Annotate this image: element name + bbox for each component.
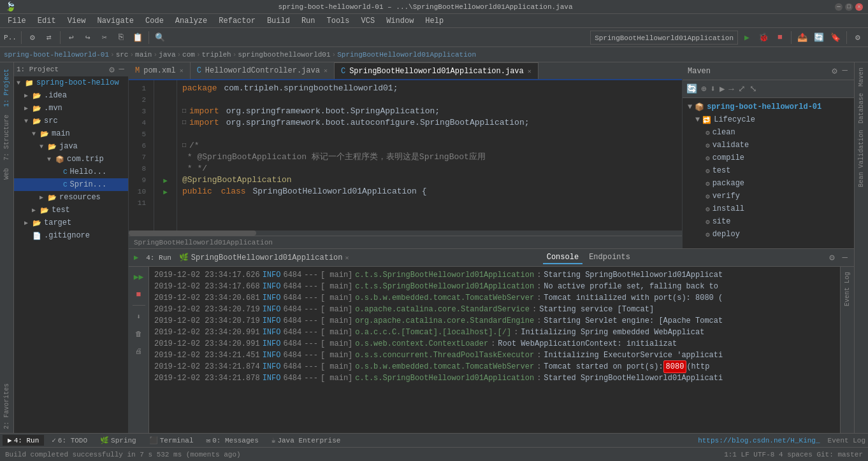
maven-nav-btn[interactable]: → [727, 83, 735, 96]
maven-run-btn[interactable]: ▶ [718, 82, 726, 96]
menu-file[interactable]: File [3, 15, 31, 27]
menu-view[interactable]: View [62, 15, 91, 27]
left-vtab-structure[interactable]: 7: Structure [2, 111, 11, 164]
maven-expand-btn[interactable]: ⤢ [737, 82, 747, 96]
toolbar-copy-btn[interactable]: ⎘ [113, 30, 129, 45]
toolbar-vcs-btn[interactable]: 📤 [795, 30, 810, 45]
breadcrumb-item-2[interactable]: main [135, 51, 152, 59]
tab-pom[interactable]: M pom.xml ✕ [129, 62, 191, 79]
stop-run-btn[interactable]: ■ [131, 287, 147, 302]
tree-src[interactable]: ▼ 📂 src [14, 115, 128, 127]
breadcrumb-item-7[interactable]: SpringBootHelloworld01Application [337, 51, 476, 59]
sidebar-settings-btn[interactable]: ⚙ [108, 63, 115, 76]
menu-build[interactable]: Build [262, 15, 295, 27]
left-vtab-favorites[interactable]: 2: Favorites [2, 379, 11, 433]
run-config-dropdown[interactable]: SpringBootHelloworld01Application [590, 31, 738, 45]
run-panel-hide-btn[interactable]: ─ [841, 252, 849, 264]
tree-mvn[interactable]: ▶ 📂 .mvn [14, 102, 128, 115]
toolbar-sync-btn[interactable]: ⇄ [41, 30, 57, 45]
maven-collapse-btn[interactable]: ⤡ [748, 82, 758, 96]
debug-btn[interactable]: 🐞 [756, 30, 771, 45]
btab-java-enterprise[interactable]: ☕ Java Enterprise [266, 435, 346, 446]
left-vtab-web[interactable]: Web [2, 164, 11, 183]
toolbar-undo-btn[interactable]: ↩ [64, 30, 79, 45]
tab-pom-close[interactable]: ✕ [180, 67, 184, 74]
tree-target[interactable]: ▶ 📂 target [14, 216, 128, 229]
tab-springapp[interactable]: C SpringBootHelloworld01Application.java… [335, 62, 539, 79]
print-btn[interactable]: 🖨 [131, 343, 147, 358]
btab-terminal[interactable]: ⬛ Terminal [144, 435, 199, 446]
menu-vcs[interactable]: VCS [356, 15, 380, 27]
menu-window[interactable]: Window [381, 15, 419, 27]
tree-java[interactable]: ▼ 📂 java [14, 140, 128, 153]
tree-test[interactable]: ▶ 📂 test [14, 204, 128, 216]
tree-resources[interactable]: ▶ 📂 resources [14, 191, 128, 204]
fold-icon-3[interactable]: □ [182, 106, 186, 117]
tree-idea[interactable]: ▶ 📂 .idea [14, 89, 128, 102]
menu-refactor[interactable]: Refactor [213, 15, 261, 27]
tree-com[interactable]: ▼ 📦 com.trip [14, 153, 128, 166]
run-gutter-icon-9[interactable]: ▶ [163, 176, 168, 185]
menu-help[interactable]: Help [420, 15, 449, 27]
maven-test-item[interactable]: ⚙ test [683, 164, 854, 177]
tree-spring-app[interactable]: ▶ C Sprin... [14, 178, 128, 191]
scrollbar-thumb[interactable] [129, 230, 256, 236]
maven-add-btn[interactable]: ⊕ [700, 82, 707, 96]
event-log-label[interactable]: Event Log [828, 437, 865, 444]
maven-lifecycle-item[interactable]: ▼ 🔁 Lifecycle [683, 113, 854, 126]
right-vtab-maven[interactable]: Maven [857, 65, 866, 89]
run-gutter-icon-10[interactable]: ▶ [163, 188, 168, 196]
horizontal-scrollbar[interactable] [129, 230, 682, 236]
run-btn[interactable]: ▶ [739, 30, 755, 45]
menu-edit[interactable]: Edit [33, 15, 61, 27]
tree-root[interactable]: ▼ 📁 spring-boot-hellow [14, 76, 128, 89]
tree-main[interactable]: ▼ 📂 main [14, 127, 128, 140]
toolbar-update-btn[interactable]: 🔄 [811, 30, 827, 45]
maven-hide-btn[interactable]: ─ [841, 64, 849, 78]
fold-icon-6[interactable]: □ [182, 140, 186, 152]
toolbar-bookmark-btn[interactable]: 🔖 [828, 30, 843, 45]
breadcrumb-item-3[interactable]: java [159, 51, 175, 59]
maven-download-btn[interactable]: ⬇ [709, 82, 716, 96]
maven-install-item[interactable]: ⚙ install [683, 202, 854, 215]
maven-compile-item[interactable]: ⚙ compile [683, 152, 854, 164]
tree-gitignore[interactable]: ▶ 📄 .gitignore [14, 229, 128, 242]
project-dropdown-btn[interactable]: P.. [3, 30, 18, 45]
maven-deploy-item[interactable]: ⚙ deploy [683, 228, 854, 241]
code-text[interactable]: package com.tripleh.springboothelloworld… [177, 80, 682, 230]
toolbar-cut-btn[interactable]: ✂ [97, 30, 112, 45]
maximize-btn[interactable]: □ [845, 3, 853, 11]
run-tab-endpoints[interactable]: Endpoints [585, 252, 634, 264]
scroll-end-btn[interactable]: ⬇ [131, 309, 147, 324]
breadcrumb-item-5[interactable]: tripleh [202, 51, 231, 59]
toolbar-settings-btn[interactable]: ⚙ [25, 30, 40, 45]
toolbar-search-btn[interactable]: 🔍 [152, 30, 168, 45]
breadcrumb-item-4[interactable]: com [182, 51, 195, 59]
maven-project-item[interactable]: ▼ 📦 spring-boot-helloworld-01 [683, 101, 854, 113]
clear-console-btn[interactable]: 🗑 [131, 326, 147, 341]
tree-hello[interactable]: ▶ C Hello... [14, 166, 128, 178]
blog-url[interactable]: https://blog.csdn.net/H_King_ [698, 437, 820, 444]
maven-refresh-btn[interactable]: 🔄 [685, 82, 698, 96]
menu-code[interactable]: Code [140, 15, 169, 27]
maven-site-item[interactable]: ⚙ site [683, 215, 854, 228]
menu-tools[interactable]: Tools [322, 15, 355, 27]
btab-todo[interactable]: ✓ 6: TODO [47, 435, 92, 446]
right-vtab-database[interactable]: Database [857, 90, 866, 126]
maven-clean-item[interactable]: ⚙ clean [683, 126, 854, 139]
maven-package-item[interactable]: ⚙ package [683, 177, 854, 190]
close-btn[interactable]: ✕ [855, 3, 863, 11]
rerun-btn[interactable]: ▶▶ [131, 269, 147, 285]
btab-run[interactable]: ▶ 4: Run [3, 435, 44, 446]
console-content[interactable]: 2019-12-02 23:34:17.626 INFO 6484 --- [ … [149, 267, 840, 433]
fold-icon-4[interactable]: □ [182, 117, 186, 129]
left-vtab-project[interactable]: 1: Project [2, 65, 11, 111]
run-tab-console[interactable]: Console [543, 252, 582, 264]
toolbar-paste-btn[interactable]: 📋 [130, 30, 145, 45]
stop-btn[interactable]: ■ [772, 30, 788, 45]
right-vtab-bean-validation[interactable]: Bean Validation [857, 127, 866, 190]
maven-settings-btn[interactable]: ⚙ [830, 64, 838, 78]
toolbar-redo-btn[interactable]: ↪ [80, 30, 96, 45]
toolbar-settings2-btn[interactable]: ⚙ [850, 30, 865, 45]
tab-springapp-close[interactable]: ✕ [528, 67, 532, 75]
